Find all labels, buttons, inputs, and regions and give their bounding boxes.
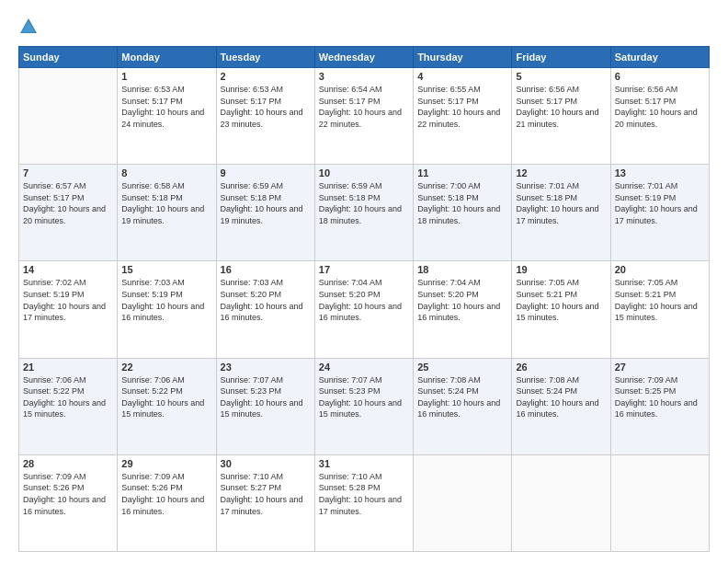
- day-info: Sunrise: 7:01 AMSunset: 5:18 PMDaylight:…: [516, 180, 606, 226]
- calendar-cell: 14Sunrise: 7:02 AMSunset: 5:19 PMDayligh…: [19, 261, 118, 358]
- day-number: 16: [221, 264, 311, 275]
- calendar-header-thursday: Thursday: [414, 47, 512, 68]
- calendar-cell: 13Sunrise: 7:01 AMSunset: 5:19 PMDayligh…: [610, 165, 709, 261]
- calendar-cell: 16Sunrise: 7:03 AMSunset: 5:20 PMDayligh…: [216, 261, 314, 358]
- calendar-cell: 1Sunrise: 6:53 AMSunset: 5:17 PMDaylight…: [118, 68, 216, 165]
- calendar-week-row-2: 14Sunrise: 7:02 AMSunset: 5:19 PMDayligh…: [19, 261, 710, 358]
- calendar-header-wednesday: Wednesday: [314, 47, 413, 68]
- calendar-header-monday: Monday: [118, 47, 216, 68]
- calendar-cell: 24Sunrise: 7:07 AMSunset: 5:23 PMDayligh…: [314, 358, 413, 454]
- day-number: 26: [516, 362, 606, 373]
- day-number: 23: [221, 362, 311, 373]
- calendar-cell: 4Sunrise: 6:55 AMSunset: 5:17 PMDaylight…: [414, 68, 512, 165]
- calendar-week-row-1: 7Sunrise: 6:57 AMSunset: 5:17 PMDaylight…: [19, 165, 710, 261]
- calendar-cell: 27Sunrise: 7:09 AMSunset: 5:25 PMDayligh…: [610, 358, 709, 454]
- header: [18, 17, 710, 37]
- day-info: Sunrise: 6:57 AMSunset: 5:17 PMDaylight:…: [23, 180, 113, 226]
- day-info: Sunrise: 7:06 AMSunset: 5:22 PMDaylight:…: [23, 374, 113, 420]
- day-info: Sunrise: 7:01 AMSunset: 5:19 PMDaylight:…: [615, 180, 705, 226]
- day-info: Sunrise: 6:58 AMSunset: 5:18 PMDaylight:…: [121, 180, 211, 226]
- day-number: 18: [417, 264, 507, 275]
- day-number: 6: [615, 71, 705, 82]
- calendar-cell: 31Sunrise: 7:10 AMSunset: 5:28 PMDayligh…: [314, 454, 413, 551]
- day-number: 29: [121, 458, 211, 469]
- calendar-header-friday: Friday: [512, 47, 610, 68]
- calendar-header-row: SundayMondayTuesdayWednesdayThursdayFrid…: [19, 47, 710, 68]
- day-number: 24: [319, 362, 409, 373]
- day-info: Sunrise: 6:56 AMSunset: 5:17 PMDaylight:…: [516, 84, 606, 130]
- day-number: 17: [319, 264, 409, 275]
- day-info: Sunrise: 7:07 AMSunset: 5:23 PMDaylight:…: [221, 374, 311, 420]
- calendar-header-tuesday: Tuesday: [216, 47, 314, 68]
- calendar-table: SundayMondayTuesdayWednesdayThursdayFrid…: [18, 46, 710, 552]
- day-number: 14: [23, 264, 113, 275]
- calendar-cell: 10Sunrise: 6:59 AMSunset: 5:18 PMDayligh…: [314, 165, 413, 261]
- calendar-cell: [512, 454, 610, 551]
- day-info: Sunrise: 7:09 AMSunset: 5:26 PMDaylight:…: [121, 471, 211, 517]
- calendar-cell: 8Sunrise: 6:58 AMSunset: 5:18 PMDaylight…: [118, 165, 216, 261]
- day-info: Sunrise: 7:03 AMSunset: 5:19 PMDaylight:…: [121, 277, 211, 323]
- calendar-cell: 17Sunrise: 7:04 AMSunset: 5:20 PMDayligh…: [314, 261, 413, 358]
- calendar-header-sunday: Sunday: [19, 47, 118, 68]
- calendar-cell: 11Sunrise: 7:00 AMSunset: 5:18 PMDayligh…: [414, 165, 512, 261]
- day-number: 2: [221, 71, 311, 82]
- calendar-cell: 6Sunrise: 6:56 AMSunset: 5:17 PMDaylight…: [610, 68, 709, 165]
- day-number: 10: [319, 167, 409, 178]
- calendar-cell: [414, 454, 512, 551]
- day-number: 5: [516, 71, 606, 82]
- calendar-cell: 29Sunrise: 7:09 AMSunset: 5:26 PMDayligh…: [118, 454, 216, 551]
- day-number: 7: [23, 167, 113, 178]
- day-info: Sunrise: 7:10 AMSunset: 5:27 PMDaylight:…: [221, 471, 311, 517]
- day-number: 3: [319, 71, 409, 82]
- day-number: 1: [121, 71, 211, 82]
- logo-icon: [18, 17, 39, 37]
- calendar-week-row-0: 1Sunrise: 6:53 AMSunset: 5:17 PMDaylight…: [19, 68, 710, 165]
- day-number: 8: [121, 167, 211, 178]
- day-number: 9: [221, 167, 311, 178]
- calendar-cell: 28Sunrise: 7:09 AMSunset: 5:26 PMDayligh…: [19, 454, 118, 551]
- calendar-cell: 21Sunrise: 7:06 AMSunset: 5:22 PMDayligh…: [19, 358, 118, 454]
- day-number: 20: [615, 264, 705, 275]
- day-number: 4: [417, 71, 507, 82]
- day-number: 28: [23, 458, 113, 469]
- calendar-cell: [610, 454, 709, 551]
- day-info: Sunrise: 7:10 AMSunset: 5:28 PMDaylight:…: [319, 471, 409, 517]
- day-info: Sunrise: 7:09 AMSunset: 5:26 PMDaylight:…: [23, 471, 113, 517]
- calendar-week-row-4: 28Sunrise: 7:09 AMSunset: 5:26 PMDayligh…: [19, 454, 710, 551]
- day-number: 27: [615, 362, 705, 373]
- calendar-cell: 9Sunrise: 6:59 AMSunset: 5:18 PMDaylight…: [216, 165, 314, 261]
- day-info: Sunrise: 7:08 AMSunset: 5:24 PMDaylight:…: [516, 374, 606, 420]
- day-number: 15: [121, 264, 211, 275]
- day-number: 22: [121, 362, 211, 373]
- day-number: 11: [417, 167, 507, 178]
- day-info: Sunrise: 7:07 AMSunset: 5:23 PMDaylight:…: [319, 374, 409, 420]
- day-info: Sunrise: 6:56 AMSunset: 5:17 PMDaylight:…: [615, 84, 705, 130]
- calendar-cell: 23Sunrise: 7:07 AMSunset: 5:23 PMDayligh…: [216, 358, 314, 454]
- day-info: Sunrise: 6:53 AMSunset: 5:17 PMDaylight:…: [121, 84, 211, 130]
- day-number: 13: [615, 167, 705, 178]
- calendar-cell: 26Sunrise: 7:08 AMSunset: 5:24 PMDayligh…: [512, 358, 610, 454]
- day-info: Sunrise: 7:06 AMSunset: 5:22 PMDaylight:…: [121, 374, 211, 420]
- calendar-cell: 2Sunrise: 6:53 AMSunset: 5:17 PMDaylight…: [216, 68, 314, 165]
- day-number: 21: [23, 362, 113, 373]
- day-info: Sunrise: 7:08 AMSunset: 5:24 PMDaylight:…: [417, 374, 507, 420]
- day-number: 30: [221, 458, 311, 469]
- calendar-cell: 5Sunrise: 6:56 AMSunset: 5:17 PMDaylight…: [512, 68, 610, 165]
- day-info: Sunrise: 6:54 AMSunset: 5:17 PMDaylight:…: [319, 84, 409, 130]
- day-number: 19: [516, 264, 606, 275]
- day-number: 25: [417, 362, 507, 373]
- calendar-cell: 25Sunrise: 7:08 AMSunset: 5:24 PMDayligh…: [414, 358, 512, 454]
- calendar-cell: 30Sunrise: 7:10 AMSunset: 5:27 PMDayligh…: [216, 454, 314, 551]
- day-info: Sunrise: 7:04 AMSunset: 5:20 PMDaylight:…: [319, 277, 409, 323]
- calendar-cell: 22Sunrise: 7:06 AMSunset: 5:22 PMDayligh…: [118, 358, 216, 454]
- calendar-cell: 18Sunrise: 7:04 AMSunset: 5:20 PMDayligh…: [414, 261, 512, 358]
- day-info: Sunrise: 6:53 AMSunset: 5:17 PMDaylight:…: [221, 84, 311, 130]
- calendar-cell: 15Sunrise: 7:03 AMSunset: 5:19 PMDayligh…: [118, 261, 216, 358]
- logo: [18, 17, 42, 37]
- day-info: Sunrise: 7:02 AMSunset: 5:19 PMDaylight:…: [23, 277, 113, 323]
- calendar-cell: 20Sunrise: 7:05 AMSunset: 5:21 PMDayligh…: [610, 261, 709, 358]
- calendar-week-row-3: 21Sunrise: 7:06 AMSunset: 5:22 PMDayligh…: [19, 358, 710, 454]
- day-info: Sunrise: 7:00 AMSunset: 5:18 PMDaylight:…: [417, 180, 507, 226]
- day-info: Sunrise: 6:59 AMSunset: 5:18 PMDaylight:…: [221, 180, 311, 226]
- day-info: Sunrise: 7:09 AMSunset: 5:25 PMDaylight:…: [615, 374, 705, 420]
